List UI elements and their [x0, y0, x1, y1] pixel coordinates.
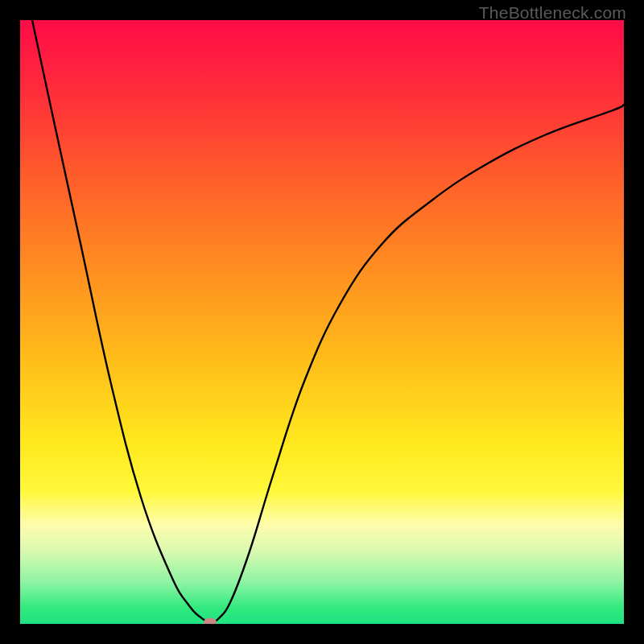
bottleneck-curve — [20, 20, 624, 624]
watermark-label: TheBottleneck.com — [479, 3, 626, 23]
plot-area — [20, 20, 624, 624]
chart-frame: TheBottleneck.com — [0, 0, 644, 644]
optimal-marker — [204, 617, 217, 624]
